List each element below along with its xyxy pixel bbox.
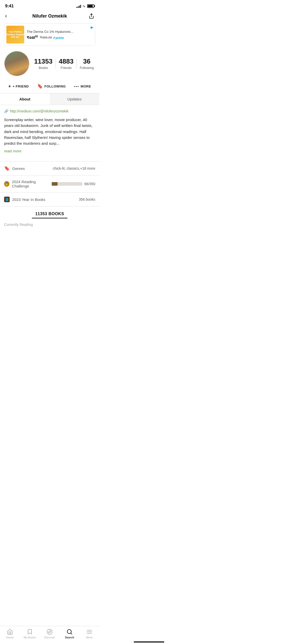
ad-price: ₹44800 ₹499.00 ✔prime <box>27 35 93 40</box>
add-friend-icon: + <box>8 84 11 89</box>
more-button[interactable]: ••• MORE <box>74 84 91 88</box>
share-button[interactable] <box>86 13 94 19</box>
challenge-value: 66/350 <box>84 182 95 186</box>
about-section: 🔗 http://medium.com/@niluferyozmekik Scr… <box>0 105 99 157</box>
read-more-button[interactable]: read more <box>4 149 95 153</box>
profile-url: http://medium.com/@niluferyozmekik <box>10 109 69 113</box>
stat-divider-2 <box>76 58 77 69</box>
genres-bookmark-icon: 🔖 <box>4 166 10 171</box>
books-title: 11353 BOOKS <box>4 212 95 216</box>
following-label: Following <box>80 66 94 70</box>
avatar <box>4 51 30 76</box>
friends-count: 4883 <box>59 57 74 65</box>
info-section: 🔖 Genres chick-lit, classics,+18 more 🏅 … <box>0 161 99 207</box>
following-button[interactable]: 🔖 FOLLOWING <box>37 83 66 89</box>
genres-row[interactable]: 🔖 Genres chick-lit, classics,+18 more <box>0 162 99 175</box>
tab-updates[interactable]: Updates <box>50 93 99 105</box>
year-icon: 📘 <box>4 197 10 202</box>
more-dots-icon: ••• <box>74 84 79 88</box>
stat-books: 11353 Books <box>34 57 52 70</box>
wifi-icon: ∿ <box>83 4 86 8</box>
back-button[interactable]: ‹ <box>5 13 13 19</box>
battery-icon <box>87 4 94 8</box>
challenge-left: 🏅 2024 Reading Challenge <box>4 180 52 188</box>
ad-title: The Derma Co 1% Hyaluronic... <box>27 30 93 34</box>
friends-label: Friends <box>61 66 72 70</box>
ad-original-price: ₹499.00 <box>40 36 52 39</box>
genres-left: 🔖 Genres <box>4 166 25 171</box>
progress-bar-fill <box>52 182 58 186</box>
challenge-label: 2024 Reading Challenge <box>12 180 52 188</box>
tab-about[interactable]: About <box>0 93 50 105</box>
currently-reading-label: Currently Reading <box>4 223 95 227</box>
bookmark-icon: 🔖 <box>37 83 43 89</box>
stat-divider-1 <box>56 58 56 69</box>
ad-image: Your PerfectOutdoor PartnerSPF 50+ <box>6 26 24 43</box>
friend-label: + FRIEND <box>12 84 29 88</box>
challenge-icon: 🏅 <box>4 181 9 187</box>
header: ‹ Nilufer Ozmekik <box>0 11 99 22</box>
books-label: Books <box>39 66 48 70</box>
profile-section: 11353 Books 4883 Friends 36 Following <box>0 49 99 80</box>
stat-friends: 4883 Friends <box>59 57 74 70</box>
year-label: 2023 Year In Books <box>12 197 45 202</box>
more-label: MORE <box>81 84 91 88</box>
profile-link[interactable]: 🔗 http://medium.com/@niluferyozmekik <box>4 109 95 113</box>
bio-text: Screenplay writer, wine lover, movie pro… <box>4 117 95 146</box>
books-section: 11353 BOOKS Currently Reading <box>0 207 99 229</box>
ad-content: The Derma Co 1% Hyaluronic... ₹44800 ₹49… <box>24 30 93 40</box>
ad-sponsored-icon: ▶ <box>91 25 93 29</box>
books-count: 11353 <box>34 57 52 65</box>
friend-button[interactable]: + + FRIEND <box>8 84 29 89</box>
stats-row: 11353 Books 4883 Friends 36 Following <box>30 57 95 70</box>
status-time: 9:41 <box>5 4 14 9</box>
status-bar: 9:41 ∿ <box>0 0 99 11</box>
stat-following: 36 Following <box>80 57 94 70</box>
progress-bar-bg <box>52 182 82 186</box>
following-label: FOLLOWING <box>44 84 66 88</box>
ad-prime-badge: ✔prime <box>53 36 64 39</box>
year-value: 356 books <box>79 197 95 201</box>
year-in-books-row[interactable]: 📘 2023 Year In Books 356 books <box>0 193 99 207</box>
tab-row: About Updates <box>0 93 99 105</box>
reading-challenge-row[interactable]: 🏅 2024 Reading Challenge 66/350 <box>0 175 99 193</box>
challenge-progress-container: 66/350 <box>52 182 95 186</box>
following-count: 36 <box>83 57 90 65</box>
page-title: Nilufer Ozmekik <box>13 13 86 19</box>
action-buttons: + + FRIEND 🔖 FOLLOWING ••• MORE <box>0 80 99 93</box>
share-icon <box>89 13 94 19</box>
genres-label: Genres <box>12 166 25 171</box>
ad-banner[interactable]: Your PerfectOutdoor PartnerSPF 50+ The D… <box>4 23 95 46</box>
status-icons: ∿ <box>76 4 94 8</box>
year-left: 📘 2023 Year In Books <box>4 197 45 202</box>
books-underline <box>32 218 67 218</box>
signal-icon <box>76 4 81 8</box>
genres-value: chick-lit, classics,+18 more <box>53 166 95 170</box>
link-icon: 🔗 <box>4 109 8 113</box>
